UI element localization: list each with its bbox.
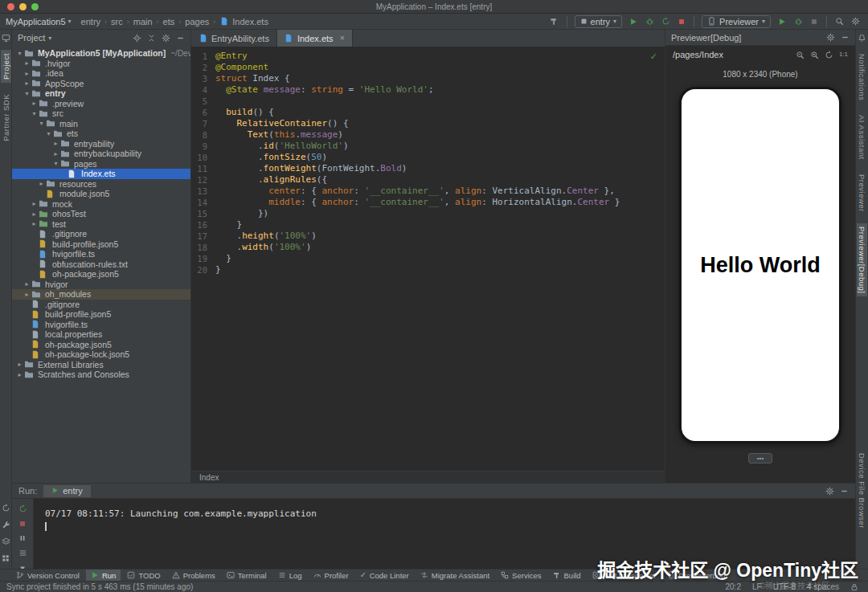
chevron-right-icon[interactable]: ▸ [37, 180, 46, 187]
previewer-more-button[interactable]: ••• [748, 453, 772, 463]
rerun-icon[interactable] [18, 504, 27, 513]
tree-item-hvigorfile-ts[interactable]: hvigorfile.ts [12, 249, 190, 259]
code-line-9[interactable]: 9 .id('HelloWorld') [191, 141, 665, 152]
zoom-out-icon[interactable] [796, 51, 805, 59]
zoom-in-icon[interactable] [810, 51, 819, 59]
code-text[interactable]: center: { anchor: '__container__', align… [215, 186, 615, 197]
status-file-encoding[interactable]: UTF-8 [773, 582, 796, 591]
tree-item-resources[interactable]: ▸resources [12, 179, 190, 190]
tree-item-build-profile-json5[interactable]: build-profile.json5 [12, 309, 190, 320]
code-line-20[interactable]: 20} [191, 264, 665, 276]
code-line-19[interactable]: 19 } [191, 253, 665, 264]
chevron-down-icon[interactable]: ▾ [23, 90, 31, 97]
tree-item-gitignore[interactable]: .gitignore [12, 300, 190, 310]
status-line-separator[interactable]: LF [752, 582, 762, 591]
line-number[interactable]: 16 [191, 219, 215, 231]
line-number[interactable]: 2 [191, 62, 215, 73]
code-line-15[interactable]: 15 }) [191, 208, 665, 219]
line-number[interactable]: 14 [191, 197, 215, 208]
toolwindow-button-run[interactable]: Run [86, 570, 121, 581]
previewer-settings-icon[interactable] [826, 33, 835, 42]
chevron-down-icon[interactable]: ▾ [30, 110, 39, 117]
code-text[interactable]: }) [215, 208, 268, 219]
tree-item-myapplication5-myapplication[interactable]: ▾MyApplication5 [MyApplication]~/DevEcoS… [12, 48, 190, 59]
line-number[interactable]: 11 [191, 163, 215, 174]
close-tab-icon[interactable]: ✕ [340, 35, 346, 42]
code-line-14[interactable]: 14 middle: { anchor: '__container__', al… [191, 197, 665, 208]
chevron-right-icon[interactable]: ▸ [51, 140, 60, 147]
chevron-right-icon[interactable]: ▸ [23, 291, 31, 298]
line-number[interactable]: 6 [191, 107, 215, 118]
tool-strip-previewer[interactable]: Previewer [857, 171, 867, 215]
tree-item-module-json5[interactable]: module.json5 [12, 189, 190, 199]
tree-item-ohostest[interactable]: ▸ohosTest [12, 209, 190, 219]
code-text[interactable]: .width('100%') [215, 242, 311, 253]
lock-icon[interactable] [850, 583, 858, 591]
panel-settings-icon[interactable] [162, 34, 170, 43]
code-line-2[interactable]: 2@Component [191, 62, 665, 73]
line-number[interactable]: 5 [191, 96, 215, 107]
tool-strip-partner-sdk[interactable]: Partner SDK [1, 91, 11, 145]
tool-strip-ai-assistant[interactable]: AI Assistant [857, 112, 867, 163]
tree-item-pages[interactable]: ▾pages [12, 159, 190, 169]
toolwindow-button-previewerlog[interactable]: PreviewerLog [662, 570, 730, 581]
inspections-ok-icon[interactable]: ✓ [650, 51, 657, 62]
preview-run-button[interactable] [775, 14, 789, 29]
chevron-down-icon[interactable]: ▾ [51, 160, 60, 167]
preview-debug-button[interactable] [791, 14, 805, 29]
code-line-1[interactable]: 1@Entry [191, 51, 665, 62]
preview-stop-button[interactable] [807, 14, 821, 29]
hide-previewer-icon[interactable] [841, 33, 850, 42]
toolwindow-button-log[interactable]: Log [273, 570, 307, 581]
project-view-selector[interactable]: Project ▾ [18, 33, 51, 43]
breadcrumb-item-main[interactable]: main [133, 17, 153, 27]
minimize-window-button[interactable] [19, 3, 27, 10]
pause-icon[interactable] [18, 534, 27, 542]
code-text[interactable]: } [215, 219, 242, 231]
code-line-8[interactable]: 8 Text(this.message) [191, 129, 665, 141]
hide-run-icon[interactable] [840, 487, 849, 496]
tree-item-oh-package-json5[interactable]: oh-package.json5 [12, 269, 190, 280]
code-line-13[interactable]: 13 center: { anchor: '__container__', al… [191, 186, 665, 197]
tree-item-test[interactable]: ▸test [12, 219, 190, 230]
code-text[interactable]: @State message: string = 'Hello World'; [215, 84, 434, 96]
toolwindow-button-todo[interactable]: TODO [122, 570, 165, 581]
search-everywhere-button[interactable] [832, 14, 846, 29]
device-selector[interactable]: Previewer ▾ [702, 15, 771, 28]
tree-item-entrybackupability[interactable]: ▸entrybackupability [12, 149, 190, 159]
line-number[interactable]: 4 [191, 84, 215, 96]
toolwindow-button-arkui-inspector[interactable]: ArkUI Inspector [588, 570, 661, 581]
code-text[interactable]: .id('HelloWorld') [215, 141, 349, 152]
build-project-button[interactable] [547, 14, 562, 29]
sync-icon[interactable] [2, 504, 10, 512]
project-tool-icon[interactable] [2, 34, 10, 43]
line-number[interactable]: 9 [191, 141, 215, 152]
line-number[interactable]: 10 [191, 152, 215, 163]
code-line-17[interactable]: 17 .height('100%') [191, 231, 665, 242]
code-line-4[interactable]: 4 @State message: string = 'Hello World'… [191, 84, 665, 96]
tree-item-mock[interactable]: ▸mock [12, 199, 190, 210]
tree-item-appscope[interactable]: ▸AppScope [12, 79, 190, 89]
chevron-right-icon[interactable]: ▸ [23, 80, 31, 87]
tree-item-local-properties[interactable]: local.properties [12, 329, 190, 340]
tree-item-ets[interactable]: ▾ets [12, 129, 190, 139]
toolwindow-button-version-control[interactable]: Version Control [11, 570, 84, 581]
line-number[interactable]: 12 [191, 174, 215, 186]
code-text[interactable]: middle: { anchor: '__container__', align… [215, 197, 620, 208]
tree-item-src[interactable]: ▾src [12, 108, 190, 119]
breadcrumb-item-pages[interactable]: pages [185, 17, 209, 27]
code-line-6[interactable]: 6 build() { [191, 107, 665, 118]
chevron-right-icon[interactable]: ▸ [30, 220, 39, 227]
chevron-right-icon[interactable]: ▸ [30, 100, 39, 107]
one-to-one-icon[interactable]: 1:1 [839, 51, 848, 58]
line-number[interactable]: 8 [191, 129, 215, 141]
code-text[interactable]: .alignRules({ [215, 174, 327, 186]
chevron-right-icon[interactable]: ▸ [23, 70, 31, 77]
chevron-right-icon[interactable]: ▸ [23, 59, 31, 67]
soft-wrap-icon[interactable] [18, 549, 27, 557]
code-line-11[interactable]: 11 .fontWeight(FontWeight.Bold) [191, 163, 665, 174]
code-text[interactable]: struct Index { [215, 73, 290, 84]
toolwindow-button-migrate-assistant[interactable]: Migrate Assistant [416, 570, 494, 581]
code-text[interactable]: .height('100%') [215, 231, 317, 242]
chevron-down-icon[interactable]: ▾ [15, 50, 24, 57]
